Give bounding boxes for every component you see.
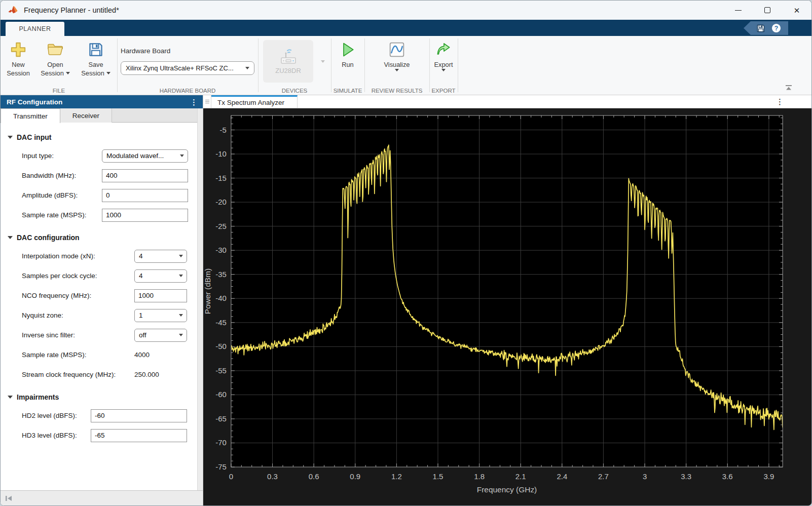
chevron-down-icon bbox=[179, 314, 183, 317]
app-window: Frequency Planner - untitled* ✕ PLANNER bbox=[0, 0, 812, 506]
chevron-down-icon bbox=[245, 67, 249, 69]
section-header-dac-configuration[interactable]: DAC configuration bbox=[8, 231, 203, 244]
close-button[interactable]: ✕ bbox=[782, 1, 811, 20]
samples-per-clock-cycle-dropdown[interactable]: 4 bbox=[134, 269, 187, 283]
nyquist-zone-dropdown[interactable]: 1 bbox=[134, 309, 187, 322]
svg-text:0: 0 bbox=[229, 472, 233, 481]
inverse-sinc-filter-value: off bbox=[139, 331, 146, 339]
save-session-button[interactable]: Save Session bbox=[77, 39, 115, 77]
ribbon-group-review-results: Visualize REVIEW RESULTS bbox=[364, 36, 429, 95]
stream-clock-frequency-mhz-value: 250.000 bbox=[134, 371, 159, 378]
panel-bottom-bar bbox=[1, 490, 203, 505]
visualize-sine-icon bbox=[378, 39, 416, 60]
device-zu28dr-button[interactable]: ZU28DR bbox=[263, 40, 313, 83]
help-button[interactable]: ? bbox=[771, 23, 781, 33]
svg-text:?: ? bbox=[774, 25, 778, 32]
group-separator bbox=[458, 38, 458, 92]
svg-text:2.7: 2.7 bbox=[598, 472, 609, 481]
ribbon: New Session Open Session bbox=[1, 36, 811, 95]
field-row-stream-clock-frequency-mhz: Stream clock frequency (MHz):250.000 bbox=[1, 365, 203, 384]
minimize-button[interactable] bbox=[723, 1, 753, 20]
nco-frequency-mhz-input[interactable] bbox=[134, 289, 187, 302]
svg-text:1.5: 1.5 bbox=[433, 472, 444, 481]
svg-text:-50: -50 bbox=[215, 342, 227, 351]
stream-clock-frequency-mhz-label: Stream clock frequency (MHz): bbox=[22, 371, 134, 378]
save-floppy-icon bbox=[77, 39, 115, 60]
maximize-button[interactable] bbox=[753, 1, 782, 20]
spectrum-menu-icon[interactable]: ⋮ bbox=[776, 97, 784, 106]
spectrum-plot[interactable]: 00.30.60.91.21.51.82.12.42.733.33.63.9-5… bbox=[203, 108, 811, 505]
hd3-level-dbfs-input[interactable] bbox=[91, 429, 187, 442]
chevron-down-icon bbox=[66, 72, 70, 74]
inverse-sinc-filter-label: Inverse sinc filter: bbox=[22, 331, 134, 339]
rf-tabs: Transmitter Receiver bbox=[1, 108, 203, 123]
rf-sections: DAC inputInput type:Modulated wavef...Ba… bbox=[1, 123, 203, 490]
device-dropdown-button[interactable] bbox=[316, 40, 330, 83]
visualize-button[interactable]: Visualize bbox=[378, 39, 416, 71]
device-name: ZU28DR bbox=[275, 67, 301, 74]
input-type-dropdown[interactable]: Modulated wavef... bbox=[102, 149, 188, 163]
matlab-logo-icon bbox=[8, 5, 19, 16]
quick-access-bar: ? bbox=[744, 21, 788, 35]
tab-planner[interactable]: PLANNER bbox=[6, 22, 64, 36]
hardware-board-label: Hardware Board bbox=[121, 47, 170, 55]
section-header-impairments[interactable]: Impairments bbox=[8, 391, 203, 404]
interpolation-mode-dropdown[interactable]: 4 bbox=[134, 250, 187, 263]
bandwidth-mhz-input[interactable] bbox=[102, 169, 188, 182]
spectrum-tab-bar: Tx Spectrum Analyzer ⋮ bbox=[203, 95, 811, 108]
field-row-samples-per-clock-cycle: Samples per clock cycle:4 bbox=[1, 266, 203, 286]
open-session-button[interactable]: Open Session bbox=[36, 39, 75, 77]
maximize-icon bbox=[764, 7, 770, 13]
chevron-down-icon bbox=[321, 60, 325, 63]
input-type-label: Input type: bbox=[22, 152, 102, 160]
ribbon-group-export: Export EXPORT bbox=[429, 36, 458, 95]
tab-transmitter[interactable]: Transmitter bbox=[1, 108, 60, 123]
svg-text:0.3: 0.3 bbox=[267, 472, 278, 481]
ribbon-tab-bar: PLANNER ? bbox=[1, 20, 811, 36]
svg-text:-40: -40 bbox=[215, 294, 227, 302]
collapse-panel-button[interactable] bbox=[5, 495, 13, 502]
new-session-button[interactable]: New Session bbox=[4, 39, 33, 77]
samples-per-clock-cycle-label: Samples per clock cycle: bbox=[22, 272, 134, 280]
svg-text:2.1: 2.1 bbox=[515, 472, 526, 481]
tab-tx-spectrum-analyzer[interactable]: Tx Spectrum Analyzer bbox=[211, 95, 298, 108]
field-row-nyquist-zone: Nyquist zone:1 bbox=[1, 305, 203, 325]
open-folder-icon bbox=[36, 39, 75, 60]
inverse-sinc-filter-dropdown[interactable]: off bbox=[134, 329, 187, 342]
field-row-hd3-level-dbfs: HD3 level (dBFS): bbox=[1, 425, 203, 445]
quick-save-button[interactable] bbox=[756, 24, 765, 33]
interpolation-mode-value: 4 bbox=[139, 252, 143, 260]
sample-rate-msps-input[interactable] bbox=[102, 209, 188, 222]
ribbon-group-label: FILE bbox=[1, 88, 117, 94]
section-header-dac-input[interactable]: DAC input bbox=[8, 131, 203, 144]
svg-text:-60: -60 bbox=[215, 390, 227, 399]
section-title: DAC configuration bbox=[17, 233, 80, 242]
export-button[interactable]: Export bbox=[429, 39, 458, 71]
svg-text:-75: -75 bbox=[215, 462, 227, 471]
window-title: Frequency Planner - untitled* bbox=[24, 6, 119, 14]
tab-receiver[interactable]: Receiver bbox=[60, 108, 112, 123]
ribbon-group-devices: ZU28DR DEVICES bbox=[258, 36, 331, 95]
chevron-down-icon bbox=[179, 275, 183, 277]
run-play-icon bbox=[333, 39, 363, 60]
ribbon-group-hardware-board: Hardware Board Xilinx Zynq UltraScale+ R… bbox=[117, 36, 258, 95]
hd2-level-dbfs-input[interactable] bbox=[91, 409, 187, 422]
input-type-value: Modulated wavef... bbox=[106, 152, 164, 160]
collapse-triangle-icon bbox=[8, 236, 13, 239]
section-title: DAC input bbox=[17, 133, 51, 141]
amplitude-dbfs-input[interactable] bbox=[102, 189, 188, 202]
panel-drag-handle[interactable] bbox=[203, 95, 211, 108]
field-row-interpolation-mode: Interpolation mode (xN):4 bbox=[1, 246, 203, 266]
svg-text:-55: -55 bbox=[215, 366, 227, 375]
svg-text:1.2: 1.2 bbox=[391, 472, 402, 481]
minimize-icon bbox=[735, 10, 742, 11]
run-button[interactable]: Run bbox=[333, 39, 363, 69]
field-row-sample-rate-msps: Sample rate (MSPS): bbox=[1, 205, 203, 225]
collapse-ribbon-button[interactable] bbox=[785, 84, 792, 93]
panel-menu-icon[interactable]: ⋮ bbox=[190, 98, 198, 106]
hardware-board-dropdown[interactable]: Xilinx Zynq UltraScale+ RFSoC ZC... bbox=[121, 61, 254, 75]
field-row-nco-frequency-mhz: NCO frequency (MHz): bbox=[1, 286, 203, 305]
field-row-bandwidth-mhz: Bandwidth (MHz): bbox=[1, 166, 203, 185]
svg-text:1.8: 1.8 bbox=[474, 472, 485, 481]
svg-text:3.6: 3.6 bbox=[722, 472, 733, 481]
